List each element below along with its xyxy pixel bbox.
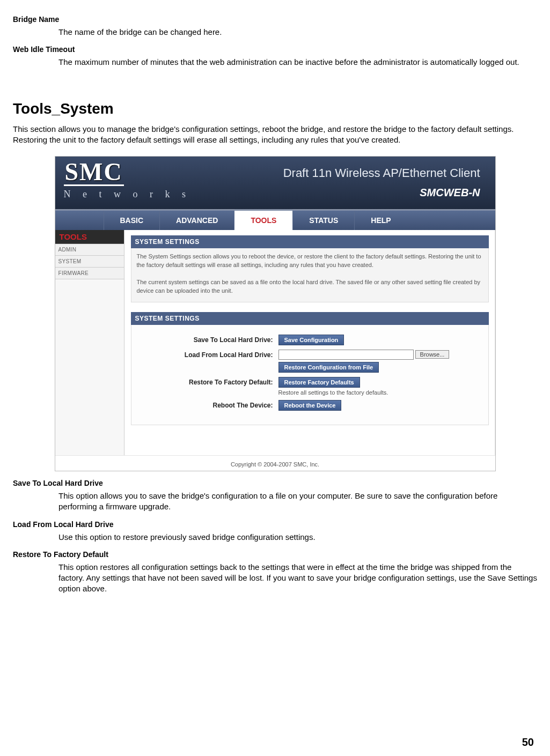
sidebar: TOOLS ADMIN SYSTEM FIRMWARE: [55, 230, 124, 455]
def-body-bridge-name: The name of the bridge can be changed he…: [58, 27, 537, 38]
panel-text-p2: The current system settings can be saved…: [137, 278, 483, 295]
logo-text-bottom: N e t w o r k s: [64, 189, 191, 199]
save-configuration-button[interactable]: Save Configuration: [278, 335, 344, 345]
tab-help[interactable]: HELP: [354, 211, 407, 230]
browse-button[interactable]: Browse...: [415, 350, 450, 359]
def-term-bridge-name: Bridge Name: [13, 15, 537, 24]
embedded-screenshot: SMC N e t w o r k s Draft 11n Wireless A…: [55, 156, 496, 471]
tab-basic[interactable]: BASIC: [104, 211, 160, 230]
label-save: Save To Local Hard Drive:: [139, 335, 278, 344]
logo: SMC N e t w o r k s: [64, 160, 191, 199]
copyright-line: Copyright © 2004-2007 SMC, Inc.: [55, 455, 495, 471]
def-body-web-idle: The maximum number of minutes that the w…: [58, 57, 537, 68]
row-restore: Restore To Factory Default: Restore Fact…: [139, 377, 481, 396]
content-area: SYSTEM SETTINGS The System Settings sect…: [124, 230, 495, 455]
restore-from-file-button[interactable]: Restore Configuration from File: [278, 362, 379, 373]
sidebar-item-system[interactable]: SYSTEM: [55, 256, 124, 268]
restore-hint: Restore all settings to the factory defa…: [278, 389, 481, 396]
row-load: Load From Local Hard Drive: Browse... Re…: [139, 350, 481, 373]
label-load: Load From Local Hard Drive:: [139, 350, 278, 359]
def-term-load-local: Load From Local Hard Drive: [13, 520, 537, 529]
panel-text-p1: The System Settings section allows you t…: [137, 253, 483, 270]
panel-system-settings-body: The System Settings section allows you t…: [131, 248, 489, 302]
row-reboot: Reboot The Device: Reboot the Device: [139, 400, 481, 411]
label-restore: Restore To Factory Default:: [139, 377, 278, 386]
panel-form-head: SYSTEM SETTINGS: [131, 312, 489, 325]
file-path-input[interactable]: [278, 350, 414, 360]
def-body-save-local: This option allows you to save the bridg…: [58, 491, 537, 513]
row-save: Save To Local Hard Drive: Save Configura…: [139, 335, 481, 345]
tab-tools[interactable]: TOOLS: [234, 211, 292, 230]
sidebar-item-admin[interactable]: ADMIN: [55, 244, 124, 256]
logo-text-top: SMC: [64, 160, 124, 186]
restore-defaults-button[interactable]: Restore Factory Defaults: [278, 377, 360, 388]
reboot-button[interactable]: Reboot the Device: [278, 400, 342, 411]
tab-advanced[interactable]: ADVANCED: [159, 211, 234, 230]
def-term-web-idle: Web Idle Timeout: [13, 45, 537, 54]
sidebar-title: TOOLS: [55, 230, 124, 244]
def-term-save-local: Save To Local Hard Drive: [13, 479, 537, 487]
panel-system-settings-head: SYSTEM SETTINGS: [131, 235, 489, 248]
header-bar: SMC N e t w o r k s Draft 11n Wireless A…: [55, 157, 495, 210]
product-model: SMCWEB-N: [420, 187, 480, 199]
def-body-restore-factory: This option restores all configuration s…: [58, 562, 537, 595]
def-term-restore-factory: Restore To Factory Default: [13, 550, 537, 559]
section-title: Tools_System: [13, 100, 537, 117]
section-intro: This section allows you to manage the br…: [13, 124, 537, 146]
sidebar-item-firmware[interactable]: FIRMWARE: [55, 268, 124, 279]
def-body-load-local: Use this option to restore previously sa…: [58, 532, 537, 543]
top-nav: BASIC ADVANCED TOOLS STATUS HELP: [55, 210, 495, 230]
label-reboot: Reboot The Device:: [139, 400, 278, 409]
panel-form-body: Save To Local Hard Drive: Save Configura…: [131, 325, 489, 425]
product-tagline: Draft 11n Wireless AP/Ethernet Client: [283, 166, 480, 180]
tab-status[interactable]: STATUS: [292, 211, 354, 230]
